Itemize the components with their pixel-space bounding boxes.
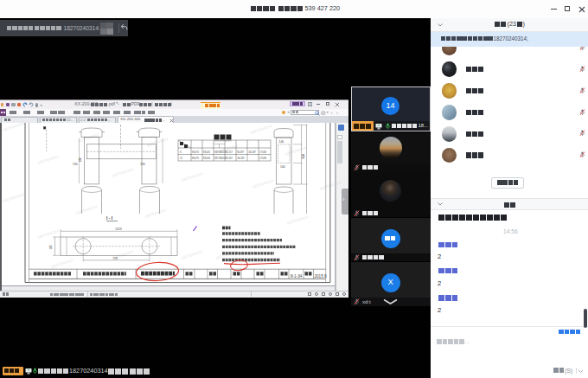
svg-text:8-1-34: 8-1-34 bbox=[291, 274, 303, 279]
svg-text:81.267: 81.267 bbox=[226, 157, 233, 160]
svg-text:17.036: 17.036 bbox=[259, 157, 266, 160]
svg-text:18270240314: 18270240314 bbox=[146, 137, 169, 148]
svg-text:18270240314: 18270240314 bbox=[3, 192, 26, 203]
svg-text:18270240314: 18270240314 bbox=[144, 208, 168, 219]
svg-text:830: 830 bbox=[79, 157, 82, 162]
svg-text:100: 100 bbox=[280, 165, 285, 169]
svg-text:I - I: I - I bbox=[106, 215, 113, 221]
svg-text:830: 830 bbox=[302, 154, 305, 159]
svg-text:183: 183 bbox=[49, 245, 53, 249]
svg-text:18270240314: 18270240314 bbox=[181, 249, 204, 260]
svg-text:85.287: 85.287 bbox=[237, 151, 244, 154]
svg-text:18270240314: 18270240314 bbox=[252, 178, 275, 189]
svg-text:17.036: 17.036 bbox=[259, 151, 266, 154]
svg-text:18270240314: 18270240314 bbox=[77, 132, 100, 144]
svg-text:83.025: 83.025 bbox=[203, 151, 210, 154]
svg-text:18270240314: 18270240314 bbox=[37, 154, 61, 165]
svg-text:18270240314: 18270240314 bbox=[75, 204, 99, 215]
svg-text:190: 190 bbox=[73, 163, 78, 166]
svg-text:12: 12 bbox=[180, 157, 182, 160]
svg-text:18270240314: 18270240314 bbox=[286, 215, 310, 226]
svg-text:-84.287: -84.287 bbox=[248, 151, 256, 154]
svg-text:-84.267: -84.267 bbox=[237, 157, 245, 160]
svg-text:18270240314: 18270240314 bbox=[37, 228, 61, 240]
svg-text:8: 8 bbox=[180, 151, 182, 154]
svg-text:140: 140 bbox=[279, 140, 284, 144]
svg-text:82.257: 82.257 bbox=[226, 151, 233, 154]
svg-text:83.070: 83.070 bbox=[192, 157, 199, 160]
svg-text:18270240314: 18270240314 bbox=[250, 124, 273, 135]
svg-text:18270240314: 18270240314 bbox=[51, 258, 74, 269]
svg-text:18270240314: 18270240314 bbox=[3, 123, 26, 132]
svg-text:2015.9: 2015.9 bbox=[315, 274, 327, 279]
svg-text:18270240314: 18270240314 bbox=[112, 167, 135, 178]
svg-text:190: 190 bbox=[140, 163, 145, 166]
svg-text:83.026: 83.026 bbox=[203, 157, 210, 160]
svg-text:1253: 1253 bbox=[115, 227, 122, 231]
svg-text:729: 729 bbox=[113, 257, 118, 260]
svg-text:83.070: 83.070 bbox=[192, 151, 199, 154]
svg-text:18270240314: 18270240314 bbox=[181, 171, 204, 183]
